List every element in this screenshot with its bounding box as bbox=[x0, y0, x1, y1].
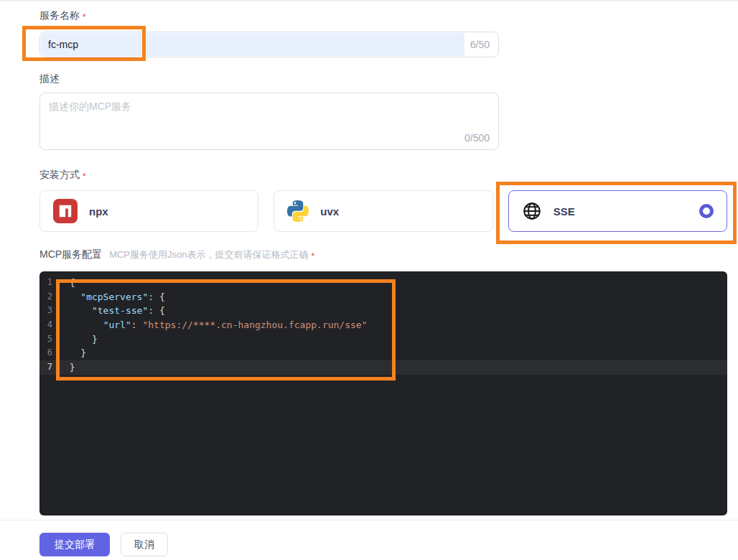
line-number: 4 bbox=[39, 318, 58, 332]
install-method-options: npx uvx SSE bbox=[39, 190, 727, 232]
python-icon bbox=[287, 200, 309, 222]
editor-line[interactable]: 5 } bbox=[39, 332, 727, 347]
editor-line[interactable]: 4 "url": "https://****.cn-hangzhou.fcapp… bbox=[39, 318, 727, 332]
install-option-label: SSE bbox=[554, 205, 575, 218]
service-name-counter: 6/50 bbox=[464, 32, 498, 57]
config-section-label: MCP服务配置 MCP服务使用Json表示，提交前请保证格式正确 * bbox=[39, 248, 738, 261]
code-editor-lines: 1 {2 "mcpServers": {3 "test-sse": {4 "ur… bbox=[39, 276, 727, 375]
editor-line[interactable]: 2 "mcpServers": { bbox=[39, 290, 727, 304]
code-text: } bbox=[58, 332, 98, 347]
json-code-editor[interactable]: 1 {2 "mcpServers": {3 "test-sse": {4 "ur… bbox=[39, 271, 727, 515]
globe-icon bbox=[522, 201, 542, 221]
line-number: 6 bbox=[39, 346, 58, 360]
description-field: 0/500 bbox=[39, 93, 499, 150]
required-marker: * bbox=[311, 251, 314, 261]
install-method-label: 安装方式 * bbox=[39, 169, 738, 182]
footer-actions: 提交部署 取消 bbox=[39, 533, 168, 556]
code-text: "url": "https://****.cn-hangzhou.fcapp.r… bbox=[58, 318, 368, 332]
code-text: { bbox=[58, 276, 75, 290]
line-number: 1 bbox=[39, 276, 58, 290]
code-text: "test-sse": { bbox=[58, 304, 165, 318]
editor-line[interactable]: 3 "test-sse": { bbox=[39, 304, 727, 318]
required-marker: * bbox=[83, 172, 86, 182]
line-number: 7 bbox=[39, 360, 58, 375]
description-label-text: 描述 bbox=[39, 73, 60, 85]
submit-deploy-button[interactable]: 提交部署 bbox=[39, 533, 110, 556]
config-hint: MCP服务使用Json表示，提交前请保证格式正确 bbox=[109, 248, 308, 261]
line-number: 5 bbox=[39, 332, 58, 347]
install-method-label-text: 安装方式 bbox=[39, 169, 80, 182]
code-text: "mcpServers": { bbox=[58, 290, 165, 304]
radio-selected-icon[interactable] bbox=[699, 204, 714, 218]
code-text: } bbox=[58, 346, 86, 360]
editor-line[interactable]: 7 } bbox=[39, 360, 727, 375]
install-option-label: npx bbox=[89, 205, 108, 218]
config-title: MCP服务配置 bbox=[39, 248, 102, 261]
description-input[interactable] bbox=[40, 93, 498, 149]
service-name-label: 服务名称 * bbox=[39, 9, 738, 22]
footer-divider bbox=[0, 520, 738, 521]
description-counter: 0/500 bbox=[464, 132, 490, 144]
install-option-npx[interactable]: npx bbox=[39, 190, 258, 232]
service-name-field: 6/50 bbox=[39, 32, 499, 57]
editor-line[interactable]: 6 } bbox=[39, 346, 727, 360]
description-label: 描述 bbox=[39, 73, 738, 85]
code-text: } bbox=[58, 360, 75, 375]
mcp-service-form: 服务名称 * 6/50 描述 0/500 安装方式 * npx bbox=[0, 1, 738, 515]
npm-icon bbox=[53, 199, 78, 223]
editor-line[interactable]: 1 { bbox=[39, 276, 727, 290]
install-option-sse[interactable]: SSE bbox=[508, 190, 727, 232]
service-name-label-text: 服务名称 bbox=[39, 9, 80, 22]
required-marker: * bbox=[83, 12, 86, 22]
cancel-button[interactable]: 取消 bbox=[121, 533, 168, 556]
service-name-input[interactable] bbox=[41, 33, 464, 56]
line-number: 2 bbox=[39, 290, 58, 304]
line-number: 3 bbox=[39, 304, 58, 318]
install-option-uvx[interactable]: uvx bbox=[274, 190, 492, 232]
install-option-label: uvx bbox=[320, 205, 339, 218]
